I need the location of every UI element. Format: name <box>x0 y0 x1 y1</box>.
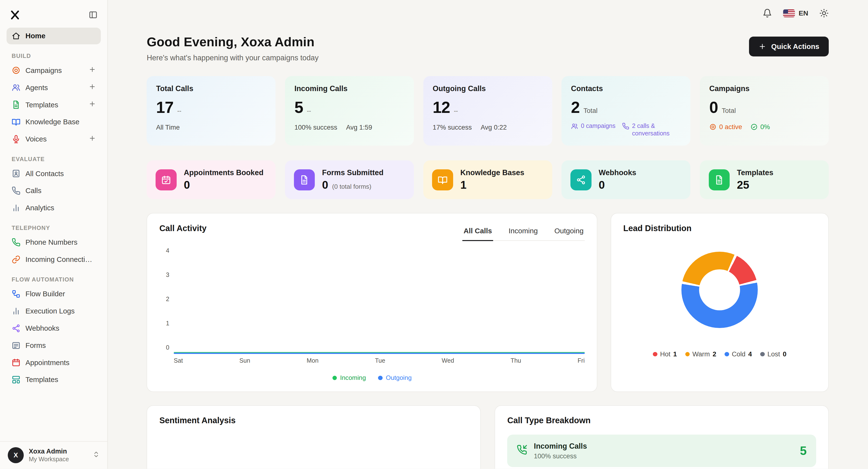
sidebar-item-label: Agents <box>26 84 84 92</box>
plus-icon <box>89 66 96 73</box>
sidebar-item-templates-flow[interactable]: Templates <box>6 371 101 388</box>
link-label: 2 calls & conversations <box>632 122 677 137</box>
stat-card-outgoing-calls[interactable]: Outgoing Calls 12 -- 17% success Avg 0:2… <box>423 76 552 146</box>
sidebar-item-templates[interactable]: Templates <box>6 96 101 113</box>
contacts-campaigns-link[interactable]: 0 campaigns <box>571 122 615 137</box>
sidebar-item-label: Appointments <box>26 358 96 367</box>
tile-templates[interactable]: Templates 25 <box>700 160 829 199</box>
legend-dot <box>685 352 690 356</box>
tile-value: 25 <box>737 179 749 191</box>
charts-row: Call Activity All Calls Incoming Outgoin… <box>147 213 829 392</box>
sidebar-item-home[interactable]: Home <box>6 28 101 44</box>
legend-value: 4 <box>748 350 752 358</box>
tab-incoming[interactable]: Incoming <box>507 224 539 241</box>
tile-value: 0 <box>322 179 328 191</box>
target-icon <box>709 123 717 131</box>
tile-title: Appointments Booked <box>184 168 264 177</box>
home-icon <box>12 31 21 40</box>
stat-suffix: -- <box>177 107 182 114</box>
stat-value: 2 <box>571 98 580 117</box>
stat-card-campaigns[interactable]: Campaigns 0 Total 0 active 0% <box>700 76 829 146</box>
stat-title: Outgoing Calls <box>433 84 543 93</box>
stat-sub: Avg 0:22 <box>481 124 507 131</box>
sidebar-item-forms[interactable]: Forms <box>6 337 101 354</box>
row-value: 5 <box>800 444 807 458</box>
sidebar-item-label: Incoming Connections <box>26 255 96 263</box>
sidebar-item-analytics[interactable]: Analytics <box>6 199 101 216</box>
add-voice-button[interactable] <box>89 135 96 144</box>
main-area: EN Good Evening, Xoxa Admin Here's what'… <box>108 0 868 469</box>
legend-label: Hot <box>660 350 671 358</box>
notifications-button[interactable] <box>763 8 772 18</box>
stat-suffix: -- <box>307 107 311 114</box>
tile-forms-submitted[interactable]: Forms Submitted 0 (0 total forms) <box>285 160 414 199</box>
tab-outgoing[interactable]: Outgoing <box>553 224 585 241</box>
stat-card-incoming-calls[interactable]: Incoming Calls 5 -- 100% success Avg 1:5… <box>285 76 414 146</box>
tile-appointments-booked[interactable]: Appointments Booked 0 <box>147 160 276 199</box>
plus-icon <box>89 100 96 107</box>
sidebar-item-flow-builder[interactable]: Flow Builder <box>6 286 101 302</box>
app-logo[interactable] <box>8 8 22 22</box>
sidebar-item-calls[interactable]: Calls <box>6 182 101 199</box>
success-badge: 0% <box>750 123 770 131</box>
contact-icon <box>12 169 21 178</box>
section-title-evaluate: EVALUATE <box>12 156 96 162</box>
tile-webhooks[interactable]: Webhooks 0 <box>561 160 690 199</box>
card-title: Sentiment Analysis <box>159 416 468 425</box>
legend-label: Outgoing <box>386 374 412 381</box>
row-label: Incoming Calls <box>534 442 587 450</box>
workspace-info: Xoxa Admin My Workspace <box>29 447 69 463</box>
sidebar-item-webhooks[interactable]: Webhooks <box>6 320 101 337</box>
stat-value: 17 <box>156 98 173 117</box>
topbar: EN <box>108 0 868 27</box>
add-campaign-button[interactable] <box>89 66 96 75</box>
stat-card-total-calls[interactable]: Total Calls 17 -- All Time <box>147 76 276 146</box>
sidebar-item-phone-numbers[interactable]: Phone Numbers <box>6 234 101 251</box>
workspace-subtitle: My Workspace <box>29 456 69 463</box>
sidebar-item-label: Phone Numbers <box>26 238 96 246</box>
file-text-icon <box>294 169 315 190</box>
stat-card-contacts[interactable]: Contacts 2 Total 0 campaigns 2 calls & c… <box>561 76 690 146</box>
sidebar-item-agents[interactable]: Agents <box>6 79 101 96</box>
phone-icon <box>12 186 21 195</box>
call-type-row-incoming[interactable]: Incoming Calls 100% success 5 <box>507 435 816 467</box>
chevrons-up-down-icon <box>93 450 100 460</box>
plus-icon <box>89 83 96 90</box>
sidebar-item-label: Templates <box>26 375 96 384</box>
legend-lost: Lost 0 <box>760 350 786 358</box>
language-selector[interactable]: EN <box>783 9 808 17</box>
avatar: X <box>8 447 24 463</box>
tile-value: 0 <box>598 179 604 191</box>
sidebar-toggle-button[interactable] <box>87 8 100 22</box>
legend-warm: Warm 2 <box>685 350 716 358</box>
add-template-button[interactable] <box>89 100 96 109</box>
sidebar-item-knowledge-base[interactable]: Knowledge Base <box>6 114 101 130</box>
sidebar-item-all-contacts[interactable]: All Contacts <box>6 165 101 182</box>
theme-toggle-button[interactable] <box>819 8 829 18</box>
sidebar-item-appointments[interactable]: Appointments <box>6 354 101 371</box>
stat-value: 12 <box>433 98 450 117</box>
tile-knowledge-bases[interactable]: Knowledge Bases 1 <box>423 160 552 199</box>
quick-actions-label: Quick Actions <box>771 42 819 51</box>
quick-actions-button[interactable]: Quick Actions <box>749 37 829 57</box>
link-icon <box>12 255 21 264</box>
bar-chart-icon <box>12 204 21 213</box>
stat-sub: 100% success <box>294 124 337 131</box>
tab-all-calls[interactable]: All Calls <box>462 224 493 241</box>
section-title-flow-automation: FLOW AUTOMATION <box>12 276 96 283</box>
sidebar-item-campaigns[interactable]: Campaigns <box>6 62 101 79</box>
x-tick: Fri <box>578 357 585 364</box>
add-agent-button[interactable] <box>89 83 96 92</box>
sidebar-item-execution-logs[interactable]: Execution Logs <box>6 303 101 319</box>
workspace-switcher[interactable]: X Xoxa Admin My Workspace <box>0 441 107 469</box>
sidebar-item-voices[interactable]: Voices <box>6 131 101 148</box>
sidebar-item-label: Flow Builder <box>26 290 96 298</box>
legend-incoming: Incoming <box>333 374 366 381</box>
sidebar-item-incoming-connections[interactable]: Incoming Connections <box>6 251 101 268</box>
badge-label: 0% <box>761 123 770 131</box>
stat-title: Incoming Calls <box>294 84 404 93</box>
contacts-calls-link[interactable]: 2 calls & conversations <box>622 122 677 137</box>
page-title: Good Evening, Xoxa Admin <box>147 34 318 49</box>
call-activity-chart: 4 3 2 1 0 <box>159 250 585 354</box>
phone-incoming-icon <box>517 444 527 457</box>
